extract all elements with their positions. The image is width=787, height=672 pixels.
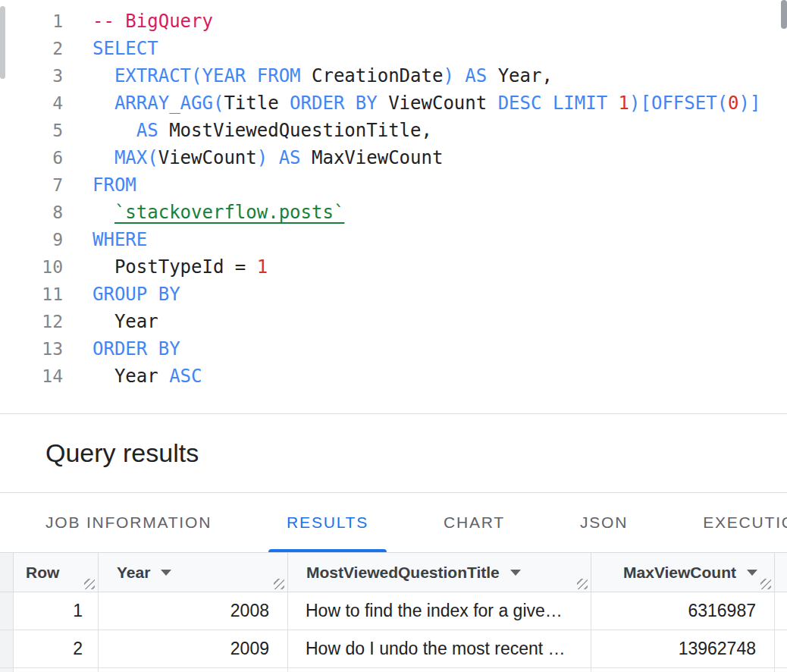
code-token xyxy=(92,65,114,86)
table-header-row: RowYearMostViewedQuestionTitleMaxViewCou… xyxy=(0,553,787,592)
table-row-partial xyxy=(0,668,787,672)
cell-year: 2008 xyxy=(99,592,288,630)
column-label: Row xyxy=(26,564,59,582)
code-line: 5 AS MostViewedQuestionTitle, xyxy=(0,117,787,144)
query-results-title: Query results xyxy=(45,438,199,468)
column-resize-handle[interactable] xyxy=(577,579,588,589)
tab-execution-details[interactable]: EXECUTION DETAILS xyxy=(685,493,787,552)
line-number: 6 xyxy=(0,144,63,171)
column-menu-caret-icon[interactable] xyxy=(510,570,521,576)
code-text[interactable]: GROUP BY xyxy=(63,281,180,308)
line-number: 13 xyxy=(0,335,63,363)
code-token: DESC LIMIT xyxy=(498,93,619,114)
line-number: 1 xyxy=(0,8,63,35)
row-left-gutter xyxy=(0,592,14,630)
code-token: Title xyxy=(224,93,290,114)
code-text[interactable]: SELECT xyxy=(63,35,158,62)
line-number: 14 xyxy=(0,363,63,390)
code-token: ORDER BY xyxy=(290,93,388,114)
code-line: 6 MAX(ViewCount) AS MaxViewCount xyxy=(0,144,787,171)
code-lines: 1-- BigQuery2SELECT3 EXTRACT(YEAR FROM C… xyxy=(0,8,787,390)
code-text[interactable]: AS MostViewedQuestionTitle, xyxy=(63,117,432,144)
code-token: Year, xyxy=(498,65,553,86)
code-token: 1 xyxy=(257,256,268,278)
tab-results[interactable]: RESULTS xyxy=(268,493,387,552)
cell-year: 2009 xyxy=(99,630,288,667)
code-line: 12 Year xyxy=(0,308,787,335)
code-text[interactable]: -- BigQuery xyxy=(63,8,213,35)
code-text[interactable]: EXTRACT(YEAR FROM CreationDate) AS Year, xyxy=(63,62,553,89)
code-token: GROUP BY xyxy=(92,284,180,305)
column-label: MaxViewCount xyxy=(623,564,736,582)
cell-maxviewcount: 13962748 xyxy=(591,630,775,667)
column-resize-handle[interactable] xyxy=(760,579,771,589)
results-tabs: JOB INFORMATIONRESULTSCHARTJSONEXECUTION… xyxy=(0,493,787,553)
column-header-maxviewcount[interactable]: MaxViewCount xyxy=(591,553,775,592)
bigquery-console: 1-- BigQuery2SELECT3 EXTRACT(YEAR FROM C… xyxy=(0,0,787,672)
column-resize-handle[interactable] xyxy=(274,579,284,589)
code-text[interactable]: ORDER BY xyxy=(63,335,180,363)
line-number: 3 xyxy=(0,62,63,89)
row-filler-cell xyxy=(775,630,787,667)
code-text[interactable]: WHERE xyxy=(63,226,147,253)
code-line: 7FROM xyxy=(0,171,787,199)
column-header-row[interactable]: Row xyxy=(14,553,99,592)
code-token: Year xyxy=(92,311,158,332)
column-header-mostviewedquestiontitle[interactable]: MostViewedQuestionTitle xyxy=(288,553,591,592)
cell-row: 1 xyxy=(14,592,99,630)
tab-chart[interactable]: CHART xyxy=(425,493,523,552)
header-filler-cell xyxy=(775,553,787,592)
cell-empty xyxy=(14,668,99,672)
code-line: 2SELECT xyxy=(0,35,787,62)
code-token: -- BigQuery xyxy=(92,11,213,32)
line-number: 4 xyxy=(0,89,63,117)
code-token: ) AS xyxy=(257,147,312,168)
code-line: 13ORDER BY xyxy=(0,335,787,363)
tab-json[interactable]: JSON xyxy=(562,493,646,552)
code-text[interactable]: Year ASC xyxy=(63,363,202,390)
code-token xyxy=(92,93,114,114)
code-line: 10 PostTypeId = 1 xyxy=(0,253,787,281)
code-line: 14 Year ASC xyxy=(0,363,787,390)
code-text[interactable]: `stackoverflow.posts` xyxy=(63,199,344,226)
table-left-gutter xyxy=(0,553,14,592)
cell-empty xyxy=(99,668,288,672)
code-line: 4 ARRAY_AGG(Title ORDER BY ViewCount DES… xyxy=(0,89,787,117)
code-text[interactable]: Year xyxy=(63,308,158,335)
line-number: 5 xyxy=(0,117,63,144)
code-line: 11GROUP BY xyxy=(0,281,787,308)
code-token: 1 xyxy=(619,93,629,114)
row-filler-cell xyxy=(775,592,787,630)
sql-editor[interactable]: 1-- BigQuery2SELECT3 EXTRACT(YEAR FROM C… xyxy=(0,0,787,414)
column-header-year[interactable]: Year xyxy=(99,553,288,592)
page-vertical-scrollbar-thumb[interactable] xyxy=(781,0,787,29)
code-text[interactable]: FROM xyxy=(63,171,136,199)
tab-job-information[interactable]: JOB INFORMATION xyxy=(27,493,230,552)
code-token: )[OFFSET( xyxy=(629,93,728,114)
column-menu-caret-icon[interactable] xyxy=(747,570,757,576)
row-left-gutter xyxy=(0,630,14,667)
line-number: 7 xyxy=(0,171,63,199)
code-text[interactable]: MAX(ViewCount) AS MaxViewCount xyxy=(63,144,443,171)
code-token: MostViewedQuestionTitle, xyxy=(169,120,432,141)
line-number: 12 xyxy=(0,308,63,335)
cell-empty xyxy=(288,668,591,672)
code-line: 9WHERE xyxy=(0,226,787,253)
column-menu-caret-icon[interactable] xyxy=(161,570,171,576)
code-text[interactable]: ARRAY_AGG(Title ORDER BY ViewCount DESC … xyxy=(63,89,760,117)
column-resize-handle[interactable] xyxy=(84,579,95,589)
code-token: MaxViewCount xyxy=(312,147,443,168)
results-table: RowYearMostViewedQuestionTitleMaxViewCou… xyxy=(0,553,787,672)
code-token xyxy=(92,120,136,141)
cell-maxviewcount: 6316987 xyxy=(591,592,775,630)
code-token: ViewCount xyxy=(388,93,498,114)
code-text[interactable]: PostTypeId = 1 xyxy=(63,253,268,281)
editor-vertical-scrollbar-thumb[interactable] xyxy=(0,6,5,79)
line-number: 9 xyxy=(0,226,63,253)
code-line: 1-- BigQuery xyxy=(0,8,787,35)
line-number: 2 xyxy=(0,35,63,62)
code-token: WHERE xyxy=(92,229,147,250)
code-token: ORDER BY xyxy=(92,338,180,360)
code-token: ViewCount xyxy=(158,147,257,168)
table-reference-link[interactable]: `stackoverflow.posts` xyxy=(114,202,344,223)
